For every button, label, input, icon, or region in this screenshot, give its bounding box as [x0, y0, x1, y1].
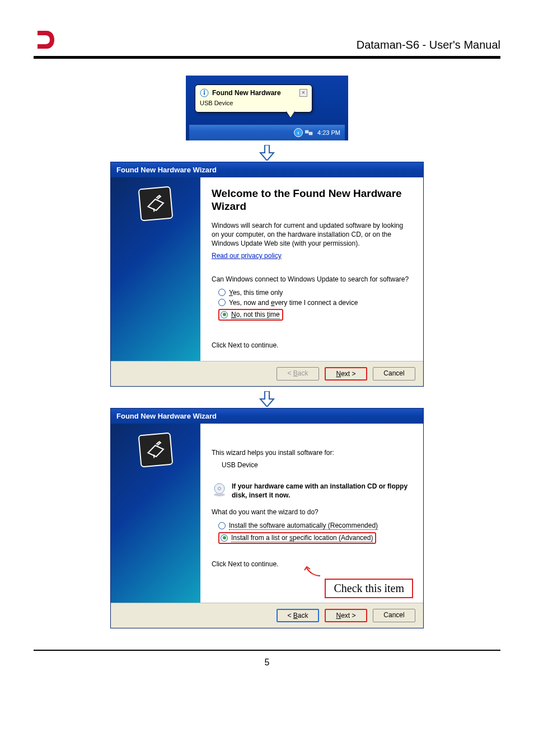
tray-figure: Found New Hardware × USB Device ‹ 4:23 P… [186, 76, 348, 140]
svg-point-1 [204, 90, 205, 92]
wizard2-titlebar: Found New Hardware Wizard [111, 408, 423, 424]
radio-yes-once[interactable]: Yes, this time only [218, 289, 412, 297]
wizard1-continue: Click Next to continue. [212, 341, 412, 350]
annotation-arrow-icon [303, 566, 322, 578]
wizard1-question: Can Windows connect to Windows Update to… [212, 275, 412, 284]
wizard1-footer: < Back Next > Cancel [111, 361, 423, 386]
wizard2-device: USB Device [222, 461, 412, 469]
wizard2-next-button[interactable]: Next > [325, 609, 367, 622]
brand-logo [34, 28, 57, 51]
balloon-subtitle: USB Device [200, 100, 307, 106]
wizard2-intro: This wizard helps you install software f… [212, 448, 412, 457]
flow-arrow-1 [257, 145, 277, 161]
wizard2-question: What do you want the wizard to do? [212, 508, 412, 516]
wizard1-back-button: < Back [277, 367, 319, 381]
wizard1-titlebar: Found New Hardware Wizard [111, 162, 423, 177]
wizard2-footer: < Back Next > Cancel [111, 603, 423, 628]
radio-install-auto[interactable]: Install the software automatically (Reco… [218, 522, 412, 530]
svg-rect-4 [309, 132, 312, 135]
privacy-policy-link[interactable]: Read our privacy policy [212, 252, 282, 260]
flow-arrow-2 [257, 391, 277, 407]
tray-clock: 4:23 PM [317, 129, 340, 136]
network-icon [305, 129, 313, 136]
wizard2-back-button[interactable]: < Back [277, 609, 319, 622]
wizard-window-2: Found New Hardware Wizard This wizard he… [110, 408, 424, 628]
radio-install-specific[interactable]: Install from a list or specific location… [221, 534, 373, 542]
wizard1-next-button[interactable]: Next > [325, 367, 367, 381]
cd-icon [212, 482, 227, 499]
wizard-window-1: Found New Hardware Wizard Welcome to the… [110, 162, 424, 387]
svg-point-7 [214, 493, 225, 496]
tray-expand-icon[interactable]: ‹ [294, 128, 303, 137]
wizard1-heading: Welcome to the Found New Hardware Wizard [212, 187, 412, 213]
hardware-icon [138, 432, 174, 467]
doc-title: Dataman-S6 - User's Manual [357, 39, 500, 51]
radio-no[interactable]: No, not this time [221, 311, 280, 319]
page-header: Dataman-S6 - User's Manual [34, 28, 500, 59]
wizard1-para: Windows will search for current and upda… [212, 221, 412, 248]
wizard2-side-graphic [111, 424, 200, 603]
page-number: 5 [265, 658, 270, 667]
svg-rect-3 [305, 130, 308, 133]
balloon-close-button[interactable]: × [299, 89, 307, 97]
tray-icons: ‹ [294, 128, 313, 137]
wizard2-cancel-button[interactable]: Cancel [373, 609, 415, 622]
wizard2-cd-text: If your hardware came with an installati… [232, 482, 412, 500]
hardware-icon [138, 186, 174, 222]
wizard1-side-graphic [111, 177, 200, 361]
wizard1-cancel-button[interactable]: Cancel [373, 367, 415, 381]
d-logo-icon [34, 29, 57, 51]
svg-point-6 [218, 487, 221, 490]
page-footer: 5 [34, 650, 500, 668]
svg-rect-2 [204, 92, 205, 95]
balloon-tooltip: Found New Hardware × USB Device [195, 84, 312, 112]
radio-yes-always[interactable]: Yes, now and every time I connect a devi… [218, 299, 412, 307]
balloon-title: Found New Hardware [212, 89, 281, 97]
taskbar: ‹ 4:23 PM [189, 125, 345, 140]
info-icon [200, 88, 209, 97]
annotation-label: Check this item [325, 579, 413, 598]
